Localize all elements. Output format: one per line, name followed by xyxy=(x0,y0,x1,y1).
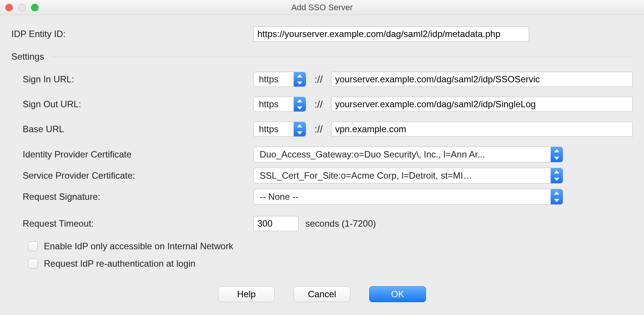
signout-protocol-value: https xyxy=(254,97,294,111)
request-signature-value: -- None -- xyxy=(254,189,551,204)
stepper-icon xyxy=(551,168,563,183)
cancel-button[interactable]: Cancel xyxy=(294,286,350,302)
request-timeout-suffix: seconds (1-7200) xyxy=(305,218,376,229)
stepper-icon xyxy=(294,97,306,111)
signin-url-label: Sign In URL: xyxy=(11,74,253,85)
sp-cert-select[interactable]: SSL_Cert_For_Site:o=Acme Corp, l=Detroit… xyxy=(253,168,563,184)
titlebar: Add SSO Server xyxy=(0,0,644,15)
ok-button[interactable]: OK xyxy=(369,286,426,302)
enable-internal-label: Enable IdP only accessible on Internal N… xyxy=(44,241,233,252)
stepper-icon xyxy=(294,72,306,86)
sp-cert-label: Service Provider Certificate: xyxy=(11,170,253,181)
base-protocol-value: https xyxy=(254,122,294,136)
idp-entity-id-input[interactable] xyxy=(253,26,529,42)
request-signature-select[interactable]: -- None -- xyxy=(253,189,563,205)
request-timeout-input[interactable] xyxy=(253,216,299,231)
signout-url-label: Sign Out URL: xyxy=(11,99,253,110)
idp-entity-id-label: IDP Entity ID: xyxy=(11,29,253,39)
close-icon[interactable] xyxy=(5,4,13,11)
base-url-input[interactable] xyxy=(331,122,633,137)
settings-section-header: Settings xyxy=(11,51,633,62)
signout-protocol-select[interactable]: https xyxy=(253,97,306,112)
window-controls xyxy=(5,4,39,11)
signin-url-input[interactable] xyxy=(331,72,633,87)
enable-internal-checkbox[interactable] xyxy=(28,241,38,251)
url-separator: :// xyxy=(313,99,324,110)
idp-cert-select[interactable]: Duo_Access_Gateway:o=Duo Security\, Inc.… xyxy=(253,147,563,162)
help-button[interactable]: Help xyxy=(218,286,275,302)
section-divider xyxy=(51,57,633,57)
url-separator: :// xyxy=(313,124,324,135)
minimize-icon xyxy=(18,4,26,11)
base-url-label: Base URL xyxy=(11,124,253,134)
stepper-icon xyxy=(294,122,306,136)
request-signature-label: Request Signature: xyxy=(11,191,253,202)
window-title: Add SSO Server xyxy=(0,3,644,12)
signin-protocol-select[interactable]: https xyxy=(253,72,306,87)
signout-url-input[interactable] xyxy=(331,97,633,112)
stepper-icon xyxy=(551,189,563,204)
base-protocol-select[interactable]: https xyxy=(253,122,306,137)
idp-cert-label: Identity Provider Certificate xyxy=(11,149,253,160)
request-reauth-checkbox[interactable] xyxy=(28,259,38,269)
signin-protocol-value: https xyxy=(254,72,294,86)
idp-cert-value: Duo_Access_Gateway:o=Duo Security\, Inc.… xyxy=(254,147,551,162)
stepper-icon xyxy=(551,147,563,162)
sp-cert-value: SSL_Cert_For_Site:o=Acme Corp, l=Detroit… xyxy=(254,168,551,183)
zoom-icon[interactable] xyxy=(31,4,39,11)
request-reauth-label: Request IdP re-authentication at login xyxy=(44,258,195,269)
request-timeout-label: Request Timeout: xyxy=(11,218,253,229)
url-separator: :// xyxy=(313,74,324,85)
settings-heading: Settings xyxy=(11,51,44,62)
